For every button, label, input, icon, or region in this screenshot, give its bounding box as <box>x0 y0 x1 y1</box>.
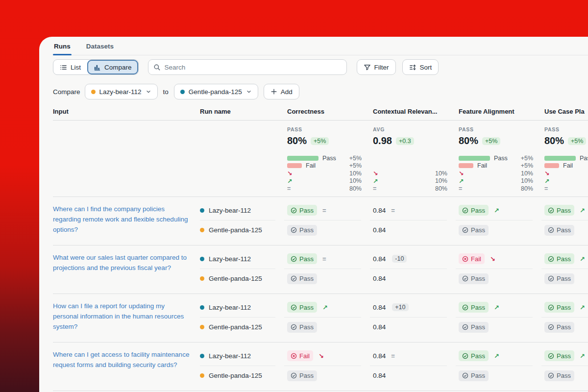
view-toggle: List Compare <box>53 59 139 75</box>
input-question-link[interactable]: Where can I find the company policies re… <box>53 204 190 235</box>
metric-label: PASS <box>459 126 535 132</box>
trend-up-icon: ↗ <box>580 255 585 263</box>
compare-to-label: to <box>163 88 169 96</box>
summary-use-case: PASS 80% +5% Pass+5% Fail+5% ↘10% ↗10% =… <box>541 126 588 193</box>
metric-delta-badge: +0.3 <box>396 137 414 145</box>
pass-badge: Pass <box>544 273 574 284</box>
metric-value: 0.98 <box>373 135 392 147</box>
toolbar: List Compare Filter Sort <box>53 59 588 75</box>
trend-down-icon: ↘ <box>490 255 495 263</box>
compare-bar: Compare Lazy-bear-112 to Gentle-panda-12… <box>53 84 588 99</box>
trend-down-icon: ↘ <box>318 352 324 360</box>
input-question-link[interactable]: Where can I get access to facility maint… <box>53 349 190 370</box>
pass-badge: Pass <box>459 370 489 381</box>
metric-delta-badge: +5% <box>568 137 586 145</box>
add-icon <box>270 88 277 95</box>
fail-bar <box>459 163 473 168</box>
pass-badge: Pass <box>287 322 317 333</box>
comparison-run-select[interactable]: Gentle-panda-125 <box>174 84 258 99</box>
pass-badge: Pass <box>287 273 317 284</box>
metric-value: 80% <box>287 135 307 147</box>
pass-badge: Pass <box>544 302 574 313</box>
search-input[interactable] <box>165 64 342 71</box>
trend-up-icon: ↗ <box>544 177 549 185</box>
column-header-use-case: Use Case Pla <box>541 106 588 120</box>
run-label: Gentle-panda-125 <box>200 318 284 337</box>
run-color-dot <box>200 325 204 329</box>
pass-bar <box>544 156 576 161</box>
compare-view-label: Compare <box>104 64 132 71</box>
run-color-dot <box>200 257 204 261</box>
compare-icon <box>94 64 101 71</box>
trend-up-icon: ↗ <box>494 352 499 360</box>
baseline-run-select[interactable]: Lazy-bear-112 <box>85 84 158 99</box>
run-label: Lazy-bear-112 <box>200 249 275 269</box>
pass-bar <box>287 156 318 161</box>
compare-view-button[interactable]: Compare <box>87 60 138 74</box>
column-header-run-name: Run name <box>200 106 284 120</box>
pass-badge: Pass <box>287 253 317 264</box>
metric-label: PASS <box>287 126 363 132</box>
table-header: Input Run name Correctness Contextual Re… <box>53 106 588 121</box>
trend-equal-icon: = <box>544 185 548 192</box>
compare-bar-label: Compare <box>53 88 80 96</box>
sort-button[interactable]: Sort <box>402 59 439 75</box>
trend-up-icon: ↗ <box>580 304 585 311</box>
input-question-link[interactable]: How can I file a report for updating my … <box>53 301 190 332</box>
run-label: Gentle-panda-125 <box>200 366 284 386</box>
metric-value: 80% <box>544 135 564 147</box>
trend-down-icon: ↘ <box>373 170 378 177</box>
trend-equal-icon: = <box>287 185 291 192</box>
score-delta-badge: -10 <box>392 255 407 263</box>
column-header-feature-alignment: Feature Alignment <box>456 106 541 120</box>
trend-equal-icon: = <box>391 207 395 214</box>
filter-icon <box>364 64 371 71</box>
trend-equal-icon: = <box>373 185 376 192</box>
fail-bar <box>287 163 302 168</box>
pass-badge: Pass <box>287 205 317 216</box>
summary-contextual-relevance: AVG 0.98 +0.3 ↘10% ↗10% =80% <box>370 126 456 193</box>
run-color-dot <box>200 228 204 232</box>
metric-value: 80% <box>459 135 478 147</box>
run-label: Lazy-bear-112 <box>200 346 275 366</box>
trend-equal-icon: = <box>391 352 395 360</box>
score-value: 0.84 <box>373 255 386 263</box>
column-header-correctness: Correctness <box>284 106 370 120</box>
search-box <box>148 59 347 75</box>
comparison-run-name: Gentle-panda-125 <box>189 88 242 96</box>
tab-datasets[interactable]: Datasets <box>85 42 115 55</box>
summary-row: PASS 80% +5% Pass+5% Fail+5% ↘10% ↗10% =… <box>53 121 588 197</box>
fail-badge: Fail <box>459 253 485 264</box>
pass-badge: Pass <box>287 302 317 313</box>
pass-badge: Pass <box>544 322 574 333</box>
trend-equal-icon: = <box>322 207 326 214</box>
score-value: 0.84 <box>373 275 386 282</box>
list-view-label: List <box>71 64 81 71</box>
run-color-dot <box>91 90 96 94</box>
run-color-dot <box>200 354 204 358</box>
list-view-button[interactable]: List <box>53 60 87 74</box>
summary-legend: Pass+5% Fail+5% ↘10% ↗10% =80% <box>544 154 588 193</box>
score-value: 0.84 <box>373 352 386 360</box>
input-question-link[interactable]: What were our sales last quarter compare… <box>53 252 190 273</box>
trend-up-icon: ↗ <box>459 177 464 185</box>
score-value: 0.84 <box>373 304 386 311</box>
table-row: Where can I get access to facility maint… <box>53 343 588 391</box>
tab-runs[interactable]: Runs <box>53 42 72 55</box>
pass-badge: Pass <box>544 350 574 361</box>
add-run-button[interactable]: Add <box>264 84 299 99</box>
pass-badge: Pass <box>544 205 574 216</box>
trend-up-icon: ↗ <box>322 304 328 311</box>
filter-button[interactable]: Filter <box>357 59 396 75</box>
trend-down-icon: ↘ <box>459 170 464 177</box>
metric-delta-badge: +5% <box>311 137 329 145</box>
trend-down-icon: ↘ <box>287 170 292 177</box>
pass-badge: Pass <box>459 205 489 216</box>
score-delta-badge: +10 <box>392 303 408 311</box>
summary-correctness: PASS 80% +5% Pass+5% Fail+5% ↘10% ↗10% =… <box>284 126 370 193</box>
trend-up-icon: ↗ <box>494 304 499 311</box>
chevron-down-icon <box>146 89 151 95</box>
metric-delta-badge: +5% <box>482 137 500 145</box>
summary-legend: Pass+5% Fail+5% ↘10% ↗10% =80% <box>459 154 533 193</box>
metric-label: AVG <box>373 126 449 132</box>
